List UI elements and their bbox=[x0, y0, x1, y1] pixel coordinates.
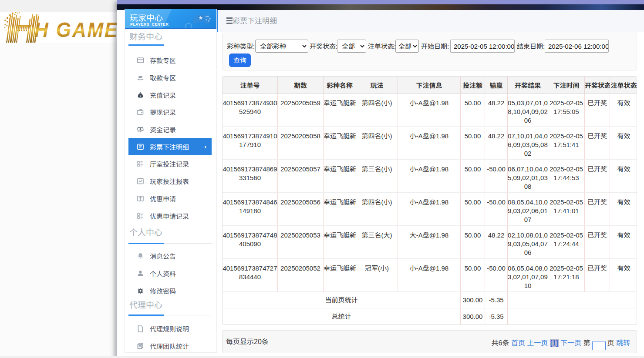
svg-text:Y: Y bbox=[139, 94, 142, 97]
svg-text:H GAME: H GAME bbox=[34, 18, 117, 41]
